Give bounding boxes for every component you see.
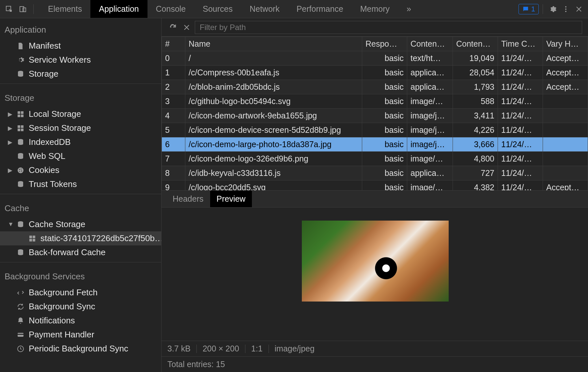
db-icon: [16, 248, 25, 257]
table-row[interactable]: 0/basictext/ht…19,04911/24/…Accept…: [162, 51, 588, 66]
table-row[interactable]: 7/c/icon-demo-logo-326ed9b6.pngbasicimag…: [162, 152, 588, 166]
col-header[interactable]: Conten…: [407, 37, 453, 51]
delete-entry-icon[interactable]: [181, 22, 192, 33]
sidebar-item-indexeddb[interactable]: ▶IndexedDB: [0, 135, 161, 149]
devtools-top-bar: ElementsApplicationConsoleSourcesNetwork…: [0, 0, 588, 18]
table-row[interactable]: 2/c/blob-anim-2db05bdc.jsbasicapplica…1,…: [162, 80, 588, 94]
sidebar-item-cache-storage[interactable]: ▼Cache Storage: [0, 217, 161, 231]
col-header[interactable]: Time C…: [498, 37, 543, 51]
inspect-element-icon[interactable]: [3, 3, 15, 15]
table-row[interactable]: 5/c/icon-demo-device-screen-5d52d8b9.jpg…: [162, 123, 588, 137]
sidebar-item-label: IndexedDB: [29, 137, 71, 147]
sidebar-item-manifest[interactable]: Manifest: [0, 39, 161, 53]
sidebar-divider: [0, 194, 161, 194]
tab-elements[interactable]: Elements: [39, 0, 90, 18]
col-header[interactable]: Vary H…: [543, 37, 588, 51]
sidebar-item-trust-tokens[interactable]: Trust Tokens: [0, 177, 161, 191]
tab-console[interactable]: Console: [147, 0, 194, 18]
table-row[interactable]: 6/c/icon-demo-large-photo-18da387a.jpgba…: [162, 137, 588, 152]
table-row[interactable]: 8/c/idb-keyval-c33d3116.jsbasicapplica…7…: [162, 166, 588, 180]
cell-time: 11/24/…: [498, 137, 543, 152]
sidebar-item-cache-instance[interactable]: static-3741017226db5c27f50b…: [0, 231, 161, 245]
sidebar-item-web-sql[interactable]: Web SQL: [0, 149, 161, 163]
main-area: ApplicationManifestService WorkersStorag…: [0, 18, 588, 372]
sidebar-item-background-fetch[interactable]: Background Fetch: [0, 286, 161, 300]
tab-memory[interactable]: Memory: [352, 0, 398, 18]
svg-rect-26: [29, 239, 32, 241]
clock-icon: [16, 345, 25, 353]
sidebar-item-back-forward-cache[interactable]: Back-forward Cache: [0, 245, 161, 259]
table-row[interactable]: 4/c/icon-demo-artwork-9eba1655.jpgbasici…: [162, 109, 588, 123]
tab-network[interactable]: Network: [241, 0, 288, 18]
table-row[interactable]: 1/c/Compress-00b1eafa.jsbasicapplica…28,…: [162, 66, 588, 80]
bell-icon: [16, 317, 25, 325]
sidebar-item-label: Trust Tokens: [29, 179, 77, 189]
sidebar-item-periodic-background-sync[interactable]: Periodic Background Sync: [0, 342, 161, 356]
chevron-right-icon: ▶: [8, 111, 12, 118]
col-header[interactable]: Name: [185, 37, 362, 51]
sidebar-item-service-workers[interactable]: Service Workers: [0, 53, 161, 67]
status-dimensions: 200 × 200: [203, 344, 239, 353]
table-header-row: #NameRespo…Conten…Conten…Time C…Vary H…: [162, 37, 588, 51]
table-row[interactable]: 3/c/github-logo-bc05494c.svgbasicimage/……: [162, 94, 588, 109]
cell-vary: Accept…: [543, 51, 588, 66]
cell-resp: basic: [362, 109, 407, 123]
col-header[interactable]: Respo…: [362, 37, 407, 51]
sidebar-item-notifications[interactable]: Notifications: [0, 314, 161, 328]
refresh-icon[interactable]: [167, 22, 178, 33]
sidebar-item-cookies[interactable]: ▶Cookies: [0, 163, 161, 177]
kebab-menu-icon[interactable]: [560, 3, 572, 15]
cell-clen: 4,800: [453, 152, 498, 166]
detail-tab-headers[interactable]: Headers: [166, 191, 210, 207]
cell-n: 0: [162, 51, 185, 66]
cell-name: /: [185, 51, 362, 66]
cell-resp: basic: [362, 166, 407, 180]
sidebar-item-payment-handler[interactable]: Payment Handler: [0, 328, 161, 342]
tab-performance[interactable]: Performance: [288, 0, 352, 18]
cell-resp: basic: [362, 66, 407, 80]
cell-clen: 28,054: [453, 66, 498, 80]
sidebar-divider: [0, 84, 161, 84]
cell-vary: Accept…: [543, 180, 588, 191]
col-header[interactable]: Conten…: [453, 37, 498, 51]
cell-ctype: image/…: [407, 94, 453, 109]
settings-gear-icon[interactable]: [547, 3, 559, 15]
sidebar-divider: [0, 262, 161, 262]
cell-n: 1: [162, 66, 185, 80]
svg-rect-12: [21, 125, 23, 128]
sidebar-item-storage[interactable]: Storage: [0, 67, 161, 81]
cell-n: 2: [162, 80, 185, 94]
cell-resp: basic: [362, 123, 407, 137]
cookie-icon: [16, 166, 25, 175]
file-icon: [16, 42, 25, 50]
issues-badge[interactable]: 1: [518, 4, 539, 14]
sidebar-item-label: Payment Handler: [29, 330, 94, 340]
cell-time: 11/24/…: [498, 109, 543, 123]
filter-by-path-input[interactable]: [195, 21, 582, 34]
db-icon: [16, 180, 25, 189]
device-toggle-icon[interactable]: [17, 3, 29, 15]
cell-ctype: image/…: [407, 152, 453, 166]
cell-ctype: image/j…: [407, 109, 453, 123]
sidebar-item-session-storage[interactable]: ▶Session Storage: [0, 121, 161, 135]
col-header[interactable]: #: [162, 37, 185, 51]
tab-application[interactable]: Application: [90, 0, 147, 18]
table-row[interactable]: 9/c/logo-bcc20dd5.svgbasicimage/…4,38211…: [162, 180, 588, 191]
application-sidebar: ApplicationManifestService WorkersStorag…: [0, 18, 162, 372]
cell-n: 9: [162, 180, 185, 191]
svg-point-17: [18, 167, 23, 173]
sidebar-item-local-storage[interactable]: ▶Local Storage: [0, 107, 161, 121]
close-devtools-icon[interactable]: [573, 3, 585, 15]
tab-sources[interactable]: Sources: [194, 0, 241, 18]
sidebar-item-background-sync[interactable]: Background Sync: [0, 300, 161, 314]
sidebar-item-label: Web SQL: [29, 151, 65, 161]
cell-time: 11/24/…: [498, 180, 543, 191]
issues-count: 1: [531, 5, 535, 13]
tabs-overflow-icon[interactable]: »: [398, 4, 420, 14]
chevron-right-icon: ▶: [8, 167, 12, 174]
db-icon: [16, 220, 25, 229]
svg-rect-1: [20, 7, 24, 12]
svg-point-3: [565, 6, 566, 8]
cell-clen: 4,226: [453, 123, 498, 137]
detail-tab-preview[interactable]: Preview: [210, 191, 252, 207]
